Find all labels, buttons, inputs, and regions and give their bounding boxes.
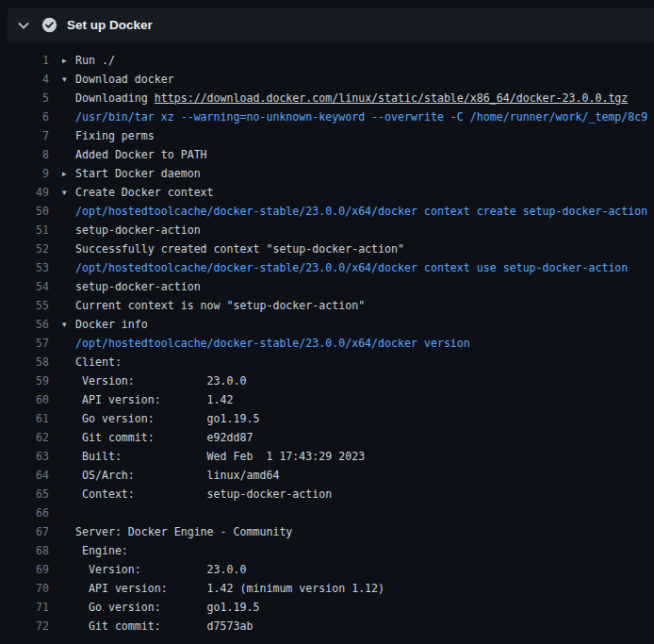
log-text: setup-docker-action	[75, 223, 201, 237]
log-text: Version: 23.0.0	[75, 374, 246, 388]
log-line: 49▾Create Docker context	[0, 183, 654, 202]
line-number[interactable]: 4	[0, 73, 49, 86]
log-line: 72 Git commit: d7573ab	[0, 617, 654, 636]
line-number[interactable]: 58	[0, 355, 49, 369]
log-line: 4▾Download docker	[0, 70, 654, 89]
log-line: 56▾Docker info	[0, 315, 654, 334]
line-number[interactable]: 64	[0, 469, 49, 482]
log-text: Fixing perms	[75, 129, 155, 142]
log-line: 66	[0, 504, 654, 522]
line-number[interactable]: 68	[0, 544, 49, 557]
log-line: 5Downloading https://download.docker.com…	[0, 89, 654, 107]
log-text: Git commit: d7573ab	[75, 619, 253, 633]
line-number[interactable]: 60	[0, 393, 49, 406]
expand-arrow-icon[interactable]: ▸	[62, 51, 75, 70]
log-text: Successfully created context "setup-dock…	[75, 242, 404, 256]
log-text: Added Docker to PATH	[75, 148, 207, 161]
log-line: 60 API version: 1.42	[0, 390, 654, 409]
log-text: API version: 1.42 (minimum version 1.12)	[75, 582, 384, 595]
log-group-title[interactable]: Start Docker daemon	[75, 167, 201, 180]
line-number[interactable]: 70	[0, 582, 49, 595]
line-number[interactable]: 71	[0, 601, 49, 614]
log-line: 53/opt/hostedtoolcache/docker-stable/23.…	[0, 258, 654, 277]
line-number[interactable]: 5	[0, 91, 49, 105]
log-line: 1▸Run ./	[0, 51, 654, 70]
line-number[interactable]: 63	[0, 450, 49, 463]
line-number[interactable]: 55	[0, 299, 49, 312]
log-text: Context: setup-docker-action	[75, 487, 332, 501]
line-number[interactable]: 7	[0, 129, 49, 142]
line-number[interactable]: 9	[0, 167, 49, 180]
log-line: 64 OS/Arch: linux/amd64	[0, 466, 654, 485]
log-text: /opt/hostedtoolcache/docker-stable/23.0.…	[75, 205, 647, 218]
log-line: 62 Git commit: e92dd87	[0, 428, 654, 447]
check-circle-icon	[41, 17, 57, 33]
log-line: 7Fixing perms	[0, 126, 654, 145]
log-line: 51setup-docker-action	[0, 221, 654, 239]
log-group-title[interactable]: Docker info	[75, 318, 148, 331]
log-line: 8Added Docker to PATH	[0, 145, 654, 164]
line-number[interactable]: 65	[0, 487, 49, 501]
log-text: Version: 23.0.0	[75, 563, 246, 576]
log-line: 70 API version: 1.42 (minimum version 1.…	[0, 579, 654, 598]
line-number[interactable]: 51	[0, 223, 49, 237]
log-group-title[interactable]: Download docker	[75, 73, 174, 86]
line-number[interactable]: 67	[0, 525, 49, 538]
log-line: 57/opt/hostedtoolcache/docker-stable/23.…	[0, 334, 654, 353]
line-number[interactable]: 52	[0, 242, 49, 256]
collapse-arrow-icon[interactable]: ▾	[62, 183, 75, 202]
log-line: 71 Go version: go1.19.5	[0, 598, 654, 617]
log-text: Downloading	[75, 91, 155, 105]
expand-arrow-icon[interactable]: ▸	[62, 164, 75, 183]
log-lines: 1▸Run ./4▾Download docker5Downloading ht…	[0, 42, 654, 636]
log-line: 9▸Start Docker daemon	[0, 164, 654, 183]
line-number[interactable]: 57	[0, 337, 49, 350]
log-line: 63 Built: Wed Feb 1 17:43:29 2023	[0, 447, 654, 466]
log-text: setup-docker-action	[75, 280, 201, 293]
line-number[interactable]: 54	[0, 280, 49, 293]
log-text: Go version: go1.19.5	[75, 601, 259, 614]
line-number[interactable]: 6	[0, 110, 49, 124]
log-line: 54setup-docker-action	[0, 277, 654, 296]
log-group-title[interactable]: Run ./	[75, 54, 115, 67]
line-number[interactable]: 8	[0, 148, 49, 161]
log-line: 55Current context is now "setup-docker-a…	[0, 296, 654, 315]
line-number[interactable]: 62	[0, 431, 49, 444]
line-number[interactable]: 69	[0, 563, 49, 576]
log-line: 52Successfully created context "setup-do…	[0, 239, 654, 258]
log-text: /usr/bin/tar xz --warning=no-unknown-key…	[75, 110, 647, 124]
line-number[interactable]: 66	[0, 506, 49, 520]
line-number[interactable]: 1	[0, 54, 49, 67]
log-url-link[interactable]: https://download.docker.com/linux/static…	[155, 91, 629, 105]
log-line: 67Server: Docker Engine - Community	[0, 522, 654, 541]
step-header[interactable]: Set up Docker	[8, 8, 654, 42]
log-line: 65 Context: setup-docker-action	[0, 485, 654, 504]
line-number[interactable]: 50	[0, 205, 49, 218]
line-number[interactable]: 49	[0, 186, 49, 199]
line-number[interactable]: 61	[0, 412, 49, 425]
collapse-arrow-icon[interactable]: ▾	[62, 70, 75, 89]
log-line: 58Client:	[0, 353, 654, 372]
chevron-down-icon[interactable]	[16, 18, 31, 33]
line-number[interactable]: 56	[0, 318, 49, 331]
log-text: OS/Arch: linux/amd64	[75, 469, 279, 482]
log-text: /opt/hostedtoolcache/docker-stable/23.0.…	[75, 261, 628, 274]
log-text: Current context is now "setup-docker-act…	[75, 299, 365, 312]
log-text: Engine:	[75, 544, 128, 557]
log-text: Server: Docker Engine - Community	[75, 525, 292, 538]
log-text: /opt/hostedtoolcache/docker-stable/23.0.…	[75, 337, 470, 350]
log-text: Git commit: e92dd87	[75, 431, 253, 444]
log-line: 50/opt/hostedtoolcache/docker-stable/23.…	[0, 202, 654, 221]
collapse-arrow-icon[interactable]: ▾	[62, 315, 75, 334]
log-group-title[interactable]: Create Docker context	[75, 186, 214, 199]
line-number[interactable]: 59	[0, 374, 49, 388]
step-title: Set up Docker	[67, 18, 153, 32]
log-line: 69 Version: 23.0.0	[0, 560, 654, 579]
log-line: 6/usr/bin/tar xz --warning=no-unknown-ke…	[0, 107, 654, 126]
log-text: Go version: go1.19.5	[75, 412, 259, 425]
line-number[interactable]: 72	[0, 619, 49, 633]
log-line: 68 Engine:	[0, 541, 654, 560]
line-number[interactable]: 53	[0, 261, 49, 274]
log-text: Built: Wed Feb 1 17:43:29 2023	[75, 450, 365, 463]
log-text: API version: 1.42	[75, 393, 234, 406]
